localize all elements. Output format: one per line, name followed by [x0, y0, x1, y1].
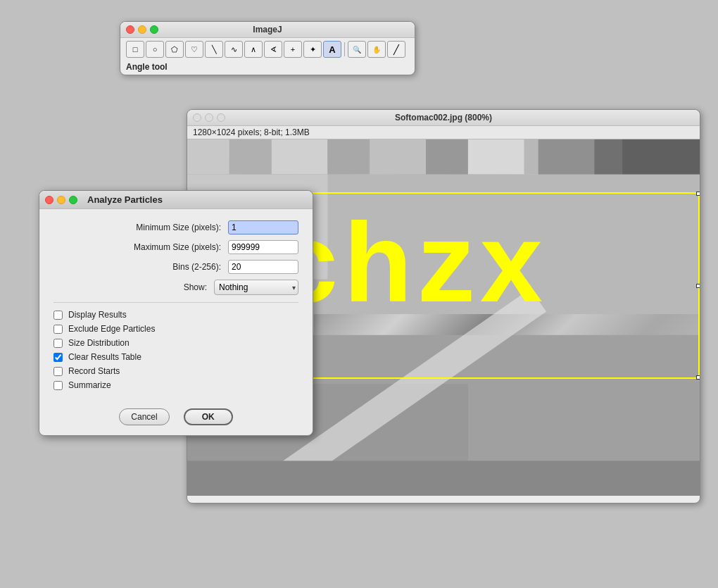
- svg-rect-3: [327, 139, 370, 175]
- max-size-label: Maximum Size (pixels):: [134, 242, 221, 252]
- clear-results-label: Clear Results Table: [68, 352, 141, 362]
- scroll-tool[interactable]: ✋: [367, 41, 386, 58]
- image-minimize-btn[interactable]: [205, 113, 213, 122]
- freeline-tool[interactable]: ∧: [244, 41, 263, 58]
- image-maximize-btn[interactable]: [217, 113, 225, 122]
- size-dist-label: Size Distribution: [68, 338, 130, 348]
- summarize-label: Summarize: [68, 380, 111, 390]
- maximize-button[interactable]: [150, 25, 158, 34]
- svg-rect-4: [370, 139, 426, 175]
- traffic-lights: [126, 25, 158, 34]
- bins-row: Bins (2-256):: [53, 260, 298, 274]
- dialog-traffic-lights: [45, 196, 77, 204]
- oval-tool[interactable]: ○: [146, 41, 164, 58]
- imagej-titlebar: ImageJ: [120, 22, 415, 38]
- angle-tool[interactable]: ∢: [264, 41, 282, 58]
- svg-rect-0: [187, 139, 229, 175]
- display-results-checkbox[interactable]: [53, 311, 63, 320]
- max-size-row: Maximum Size (pixels):: [53, 240, 298, 254]
- image-close-btn[interactable]: [193, 113, 201, 122]
- bins-input[interactable]: [228, 260, 298, 274]
- show-select[interactable]: Nothing Outlines Masks Ellipses Count Ma…: [214, 280, 298, 295]
- max-size-input[interactable]: [228, 240, 298, 254]
- clear-results-row: Clear Results Table: [53, 352, 298, 362]
- record-starts-label: Record Starts: [68, 366, 120, 376]
- point-tool[interactable]: +: [284, 41, 302, 58]
- image-traffic-lights: [193, 113, 225, 122]
- min-size-row: Minimum Size (pixels):: [53, 220, 298, 234]
- exclude-edge-checkbox[interactable]: [53, 325, 63, 334]
- toolbar-status: Angle tool: [120, 61, 415, 75]
- bins-label: Bins (2-256):: [172, 262, 221, 272]
- dropper-tool[interactable]: ╱: [387, 41, 405, 58]
- close-button[interactable]: [126, 25, 134, 34]
- minimize-button[interactable]: [138, 25, 146, 34]
- toolbar-separator: [344, 42, 345, 56]
- dialog-maximize-btn[interactable]: [69, 196, 77, 204]
- min-size-label: Minimum Size (pixels):: [136, 223, 221, 232]
- image-info: 1280×1024 pixels; 8-bit; 1.3MB: [187, 126, 700, 139]
- image-titlebar: Softomac002.jpg (800%): [187, 110, 700, 126]
- polygon-tool[interactable]: ⬠: [165, 41, 184, 58]
- text-tool[interactable]: A: [323, 41, 341, 58]
- imagej-toolbar-window: ImageJ □ ○ ⬠ ♡ ╲ ∿ ∧ ∢ + ✦ A 🔍 ✋ ╱ Angle…: [120, 21, 415, 75]
- dialog-close-btn[interactable]: [45, 196, 53, 204]
- svg-rect-6: [468, 139, 524, 175]
- svg-rect-1: [229, 139, 272, 175]
- record-starts-checkbox[interactable]: [53, 367, 63, 376]
- record-starts-row: Record Starts: [53, 366, 298, 376]
- rectangle-tool[interactable]: □: [126, 41, 144, 58]
- size-dist-row: Size Distribution: [53, 338, 298, 348]
- dialog-titlebar: Analyze Particles: [39, 191, 313, 209]
- display-results-label: Display Results: [68, 310, 127, 320]
- svg-rect-30: [187, 461, 700, 496]
- show-select-wrapper: Nothing Outlines Masks Ellipses Count Ma…: [214, 280, 298, 295]
- dialog-title: Analyze Particles: [87, 194, 163, 205]
- clear-results-checkbox[interactable]: [53, 353, 63, 362]
- zoom-tool[interactable]: 🔍: [348, 41, 366, 58]
- exclude-edge-row: Exclude Edge Particles: [53, 324, 298, 334]
- dialog-minimize-btn[interactable]: [57, 196, 65, 204]
- toolbar-icons: □ ○ ⬠ ♡ ╲ ∿ ∧ ∢ + ✦ A 🔍 ✋ ╱: [120, 38, 415, 61]
- wand-tool[interactable]: ✦: [303, 41, 322, 58]
- line-tool[interactable]: ╲: [205, 41, 223, 58]
- analyze-particles-dialog: Analyze Particles Minimum Size (pixels):…: [39, 190, 313, 436]
- divider: [53, 302, 298, 303]
- show-label: Show:: [184, 282, 207, 292]
- ok-button[interactable]: OK: [184, 408, 233, 425]
- size-dist-checkbox[interactable]: [53, 339, 63, 348]
- polyline-tool[interactable]: ∿: [225, 41, 243, 58]
- dialog-body: Minimum Size (pixels): Maximum Size (pix…: [39, 209, 313, 403]
- exclude-edge-label: Exclude Edge Particles: [68, 324, 155, 334]
- summarize-row: Summarize: [53, 380, 298, 390]
- cancel-button[interactable]: Cancel: [119, 408, 169, 425]
- freehand-tool[interactable]: ♡: [185, 41, 203, 58]
- image-title: Softomac002.jpg (800%): [395, 113, 492, 123]
- min-size-input[interactable]: [228, 220, 298, 234]
- dialog-footer: Cancel OK: [39, 403, 313, 435]
- imagej-title: ImageJ: [253, 25, 282, 35]
- svg-rect-5: [426, 139, 468, 175]
- svg-rect-2: [272, 139, 328, 175]
- summarize-checkbox[interactable]: [53, 381, 63, 390]
- show-row: Show: Nothing Outlines Masks Ellipses Co…: [53, 280, 298, 295]
- display-results-row: Display Results: [53, 310, 298, 320]
